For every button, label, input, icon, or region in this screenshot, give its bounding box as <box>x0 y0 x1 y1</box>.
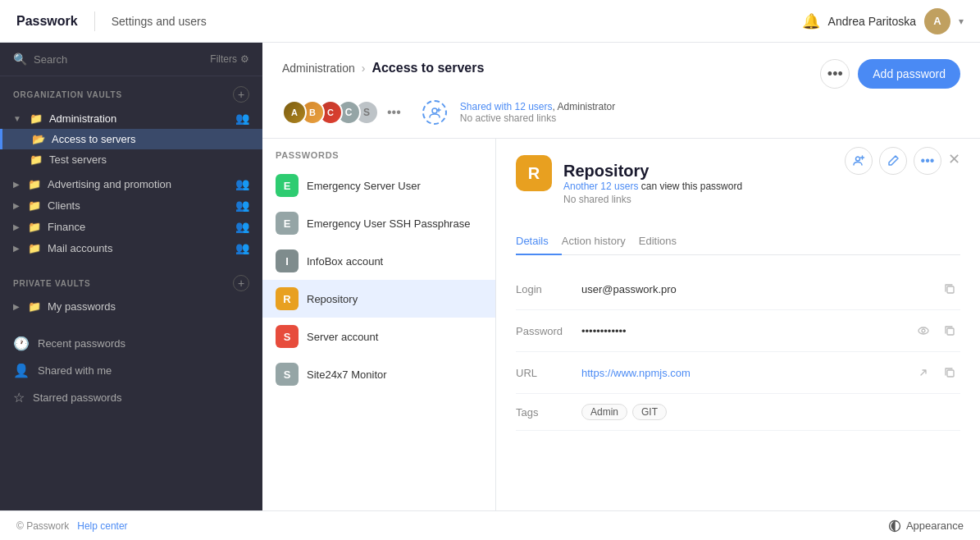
mail-accounts-label: Mail accounts <box>48 242 227 254</box>
clients-group-icon: 👥 <box>235 199 249 212</box>
copy-login-button[interactable] <box>939 278 960 300</box>
search-input[interactable] <box>34 53 203 66</box>
open-url-button[interactable] <box>913 362 934 383</box>
topbar: Passwork Settings and users 🔔 Andrea Par… <box>0 0 980 43</box>
sidebar-item-my-passwords[interactable]: ▶ 📁 My passwords <box>0 296 262 317</box>
sidebar: 🔍 Filters ⚙ ORGANIZATION VAULTS + ▼ 📁 Ad… <box>0 43 262 510</box>
starred-icon: ☆ <box>13 390 25 405</box>
password-list-item[interactable]: I InfoBox account <box>262 242 495 280</box>
add-password-button[interactable]: Add password <box>858 59 960 89</box>
svg-point-3 <box>856 157 860 161</box>
footer: © Passwork Help center Appearance <box>0 510 980 540</box>
detail-tab-action-history[interactable]: Action history <box>562 228 639 255</box>
bell-icon[interactable]: 🔔 <box>802 12 820 30</box>
user-area: 🔔 Andrea Paritoska A ▾ <box>802 8 964 34</box>
login-value: user@passwork.pro <box>581 283 939 295</box>
reveal-password-button[interactable] <box>913 320 934 341</box>
shared-label: Shared with me <box>38 364 112 377</box>
password-list-item[interactable]: E Emergency Server User <box>262 167 495 204</box>
svg-point-7 <box>918 327 928 334</box>
private-vaults-section-header: PRIVATE VAULTS + <box>0 265 262 296</box>
sidebar-item-finance[interactable]: ▶ 📁 Finance 👥 <box>0 216 262 237</box>
svg-point-0 <box>432 108 437 113</box>
password-list-item[interactable]: S Site24x7 Monitor <box>262 355 495 393</box>
copyright: © Passwork <box>16 520 69 532</box>
copy-password-button[interactable] <box>939 320 960 341</box>
appearance-button[interactable]: Appearance <box>888 519 964 533</box>
shared-icon: 👤 <box>13 363 30 378</box>
administration-icon: 📁 <box>30 112 43 125</box>
sidebar-item-advertising[interactable]: ▶ 📁 Advertising and promotion 👥 <box>0 173 262 194</box>
add-org-vault-button[interactable]: + <box>233 86 249 103</box>
content-header: Administration › Access to servers ••• A… <box>262 43 980 139</box>
avatar[interactable]: A <box>924 8 950 34</box>
detail-close-button[interactable]: ✕ <box>948 147 960 175</box>
filters-button[interactable]: Filters ⚙ <box>210 53 249 65</box>
sidebar-search-bar: 🔍 Filters ⚙ <box>0 43 262 76</box>
sidebar-item-shared[interactable]: 👤 Shared with me <box>0 357 262 384</box>
app-logo: Passwork <box>16 14 78 29</box>
my-passwords-icon: 📁 <box>28 300 41 313</box>
svg-rect-6 <box>947 286 954 293</box>
sidebar-item-access-to-servers[interactable]: 📂 Access to servers <box>0 129 262 149</box>
advertising-icon: 📁 <box>28 178 41 190</box>
more-detail-button[interactable]: ••• <box>914 147 941 175</box>
starred-label: Starred passwords <box>33 391 121 404</box>
breadcrumb-current: Access to servers <box>371 61 484 76</box>
login-field-actions <box>939 278 960 300</box>
finance-group-icon: 👥 <box>235 220 249 233</box>
more-options-button[interactable]: ••• <box>820 59 850 89</box>
content-area: Administration › Access to servers ••• A… <box>262 43 980 510</box>
header-action-buttons: ••• Add password <box>820 59 960 89</box>
sidebar-item-recent[interactable]: 🕐 Recent passwords <box>0 330 262 357</box>
user-menu-chevron[interactable]: ▾ <box>959 16 964 27</box>
url-label: URL <box>516 367 581 379</box>
settings-label: Settings and users <box>112 15 802 28</box>
shared-text: Shared with 12 users, Administrator <box>460 101 960 112</box>
password-list: E Emergency Server User E Emergency User… <box>262 167 495 393</box>
avatar-1: A <box>282 100 307 125</box>
search-icon: 🔍 <box>13 53 27 66</box>
svg-rect-10 <box>947 370 954 377</box>
tags-container: AdminGIT <box>581 404 667 420</box>
edit-detail-button[interactable] <box>879 147 907 175</box>
shared-users-link[interactable]: Shared with 12 users <box>460 101 553 112</box>
svg-point-8 <box>922 329 925 332</box>
sidebar-item-starred[interactable]: ☆ Starred passwords <box>0 384 262 411</box>
org-vaults-title: ORGANIZATION VAULTS <box>13 90 122 99</box>
detail-users-text: Another 12 users can view this password <box>563 181 960 192</box>
sidebar-item-test-servers[interactable]: 📁 Test servers <box>0 149 262 170</box>
password-list-item[interactable]: R Repository <box>262 280 495 318</box>
access-to-servers-label: Access to servers <box>52 133 249 145</box>
add-private-vault-button[interactable]: + <box>233 275 249 291</box>
add-user-button[interactable] <box>422 100 447 125</box>
sidebar-item-clients[interactable]: ▶ 📁 Clients 👥 <box>0 194 262 216</box>
split-panel: PASSWORDS E Emergency Server User E Emer… <box>262 139 980 510</box>
add-user-detail-button[interactable] <box>845 147 873 175</box>
tag-item: GIT <box>632 404 667 420</box>
password-list-item[interactable]: E Emergency User SSH Passphrase <box>262 204 495 242</box>
clients-icon: 📁 <box>28 199 41 212</box>
password-label: Password <box>516 325 581 337</box>
detail-tab-editions[interactable]: Editions <box>639 228 690 255</box>
help-center-link[interactable]: Help center <box>77 520 127 532</box>
another-users-link[interactable]: Another 12 users <box>563 181 638 192</box>
org-vaults-section-header: ORGANIZATION VAULTS + <box>0 76 262 108</box>
clients-label: Clients <box>48 199 227 212</box>
breadcrumb: Administration › Access to servers <box>282 61 484 76</box>
copy-url-button[interactable] <box>939 362 960 383</box>
advertising-group-icon: 👥 <box>235 177 249 190</box>
url-value[interactable]: https://www.npmjs.com <box>581 367 913 379</box>
folder-blue-icon: 📂 <box>32 133 45 145</box>
password-list-item[interactable]: S Server account <box>262 318 495 355</box>
password-value: •••••••••••• <box>581 325 913 337</box>
detail-tab-details[interactable]: Details <box>516 228 562 255</box>
appearance-label: Appearance <box>906 519 964 532</box>
share-info: Shared with 12 users, Administrator No a… <box>460 101 960 124</box>
detail-tabs: DetailsAction historyEditions <box>516 228 960 255</box>
footer-left: © Passwork Help center <box>16 520 128 532</box>
sidebar-item-administration[interactable]: ▼ 📁 Administration 👥 <box>0 108 262 129</box>
detail-title: Repository <box>563 155 845 181</box>
my-passwords-label: My passwords <box>48 300 249 313</box>
sidebar-item-mail-accounts[interactable]: ▶ 📁 Mail accounts 👥 <box>0 237 262 259</box>
